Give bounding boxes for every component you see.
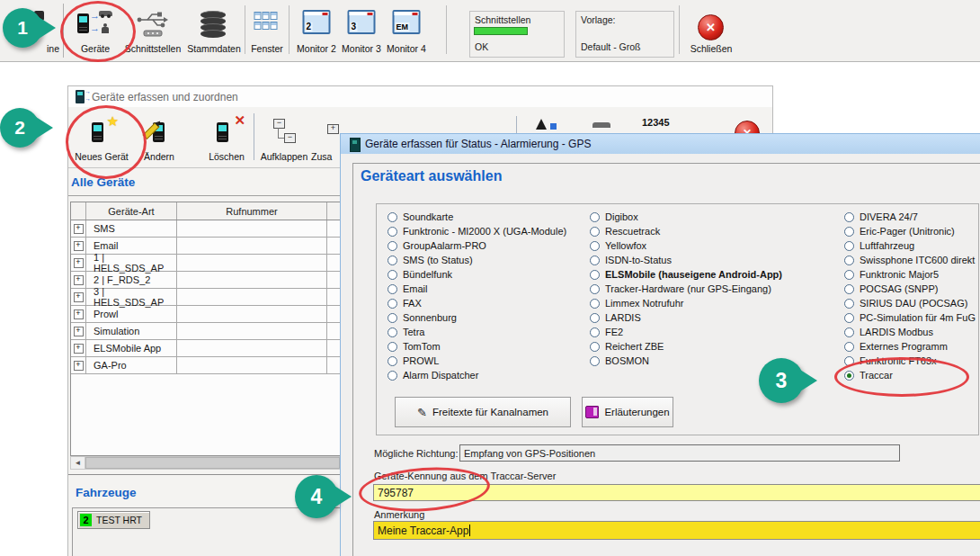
table-row[interactable]: +Simulation — [71, 323, 340, 340]
radio-option[interactable]: Soundkarte — [388, 210, 566, 224]
radio-option[interactable]: Rescuetrack — [590, 224, 782, 238]
radio-option[interactable]: Funktronic Major5 — [844, 267, 976, 282]
radio-icon[interactable] — [388, 256, 397, 265]
button-aufklappen[interactable]: − − Aufklappen — [258, 112, 310, 164]
toolbar-button-schliessen[interactable]: ✕ Schließen — [686, 4, 736, 58]
radio-icon[interactable] — [590, 356, 600, 366]
freitexte-button[interactable]: ✎ Freitexte für Kanalnamen — [395, 397, 571, 427]
radio-icon[interactable] — [844, 327, 854, 337]
radio-option[interactable]: BOSMON — [590, 354, 782, 368]
radio-icon[interactable] — [590, 256, 600, 265]
radio-option[interactable]: ISDN-to-Status — [590, 253, 782, 267]
table-row[interactable]: +Prowl — [71, 306, 340, 323]
button-loeschen[interactable]: ✕ Löschen — [196, 112, 257, 164]
expand-icon[interactable]: + — [74, 224, 84, 234]
column-header-geraete-art[interactable]: Geräte-Art — [86, 202, 177, 220]
radio-option[interactable]: DIVERA 24/7 — [844, 210, 976, 224]
radio-icon[interactable] — [844, 227, 854, 237]
radio-icon[interactable] — [388, 270, 397, 280]
expand-icon[interactable]: + — [74, 258, 84, 268]
radio-option[interactable]: LARDIS — [590, 310, 782, 325]
radio-option[interactable]: Luftfahrzeug — [844, 238, 976, 253]
radio-icon[interactable] — [844, 284, 854, 294]
radio-option[interactable]: Eric-Pager (Unitronic) — [844, 224, 976, 238]
radio-option[interactable]: PC-Simulation für 4m FuG — [844, 310, 976, 325]
radio-icon[interactable] — [388, 212, 397, 222]
radio-option[interactable]: Funktronic - MI2000 X (UGA-Module) — [388, 224, 566, 238]
expand-icon[interactable]: + — [74, 292, 84, 302]
vehicle-button-test-hrt[interactable]: 2 TEST HRT — [77, 511, 150, 529]
radio-icon[interactable] — [388, 241, 397, 251]
radio-icon[interactable] — [590, 241, 600, 251]
table-row[interactable]: +SMS — [71, 220, 340, 238]
radio-option[interactable]: Digibox — [590, 210, 782, 224]
radio-option[interactable]: FE2 — [590, 325, 782, 339]
radio-option[interactable]: FAX — [388, 296, 566, 310]
radio-option[interactable]: GroupAalarm-PRO — [388, 238, 566, 253]
toolbar-button-monitor2[interactable]: 2 Monitor 2 — [293, 4, 340, 58]
radio-option[interactable]: SMS (to Status) — [388, 253, 566, 267]
scroll-left-arrow[interactable]: ◄ — [71, 457, 85, 469]
radio-icon[interactable] — [590, 327, 600, 337]
radio-option[interactable]: Alarm Dispatcher — [388, 368, 566, 382]
radio-option[interactable]: Sonnenburg — [388, 310, 566, 325]
radio-icon[interactable] — [388, 284, 397, 294]
radio-option[interactable]: ELSMobile (hauseigene Android-App) — [590, 267, 782, 282]
radio-option[interactable]: Bündelfunk — [388, 267, 566, 282]
expand-icon[interactable]: + — [74, 241, 84, 251]
expand-icon[interactable]: + — [74, 275, 84, 285]
radio-option[interactable]: Tetra — [388, 325, 566, 339]
radio-option[interactable]: Email — [388, 282, 566, 296]
radio-icon[interactable] — [388, 327, 397, 337]
erlaeuterungen-button[interactable]: Erläuterungen — [582, 397, 673, 427]
devices-table[interactable]: Geräte-Art Rufnummer +SMS+Email+1 | HELS… — [70, 202, 341, 456]
toolbar-button-monitor4[interactable]: EM Monitor 4 — [384, 4, 429, 58]
scrollbar-thumb[interactable] — [85, 457, 340, 469]
expand-icon[interactable]: + — [74, 327, 84, 336]
radio-option[interactable]: POCSAG (SNPP) — [844, 282, 976, 296]
radio-icon[interactable] — [388, 371, 397, 381]
radio-option[interactable]: Swissphone ITC600 direkt — [844, 253, 976, 267]
radio-option[interactable]: Reichert ZBE — [590, 339, 782, 354]
horizontal-scrollbar[interactable]: ◄ — [70, 456, 341, 470]
toolbar-button-stammdaten[interactable]: Stammdaten — [185, 4, 243, 58]
radio-icon[interactable] — [590, 270, 600, 280]
radio-icon[interactable] — [844, 212, 854, 222]
radio-icon[interactable] — [844, 241, 854, 251]
radio-icon[interactable] — [388, 313, 397, 323]
table-row[interactable]: +1 | HELS_SDS_AP — [71, 255, 340, 272]
radio-option[interactable]: Tracker-Hardware (nur GPS-Eingang) — [590, 282, 782, 296]
radio-icon[interactable] — [844, 299, 854, 309]
radio-icon[interactable] — [844, 313, 854, 323]
expand-icon[interactable]: + — [74, 344, 84, 354]
expand-icon[interactable]: + — [74, 309, 84, 319]
column-header-rufnummer[interactable]: Rufnummer — [177, 202, 327, 220]
radio-icon[interactable] — [388, 299, 397, 309]
radio-icon[interactable] — [590, 299, 600, 309]
radio-icon[interactable] — [590, 227, 600, 237]
toolbar-button-fenster[interactable]: Fenster — [248, 4, 286, 58]
toolbar-button-monitor3[interactable]: 3 Monitor 3 — [339, 4, 384, 58]
table-row[interactable]: +ELSMobile App — [71, 340, 340, 357]
radio-icon[interactable] — [590, 313, 600, 323]
radio-icon[interactable] — [388, 342, 397, 352]
radio-icon[interactable] — [590, 212, 600, 222]
radio-icon[interactable] — [844, 270, 854, 280]
radio-option[interactable]: Yellowfox — [590, 238, 782, 253]
radio-option[interactable]: LARDIS Modbus — [844, 325, 976, 339]
radio-option[interactable]: SIRIUS DAU (POCSAG) — [844, 296, 976, 310]
radio-icon[interactable] — [844, 342, 854, 352]
dialog-titlebar[interactable]: Geräte erfassen für Status - Alarmierung… — [341, 134, 980, 154]
radio-icon[interactable] — [844, 256, 854, 265]
radio-icon[interactable] — [388, 227, 397, 237]
anmerkung-input[interactable]: Meine Traccar-App — [373, 521, 980, 540]
window2-titlebar[interactable]: Geräte erfassen und zuordnen — [68, 86, 772, 107]
radio-option[interactable]: Externes Programm — [844, 339, 976, 354]
radio-icon[interactable] — [388, 356, 397, 366]
radio-option[interactable]: TomTom — [388, 339, 566, 354]
radio-option[interactable]: PROWL — [388, 354, 566, 368]
radio-option[interactable]: Limmex Notrufuhr — [590, 296, 782, 310]
table-row[interactable]: +GA-Pro — [71, 357, 340, 374]
expand-icon[interactable]: + — [74, 361, 84, 371]
radio-icon[interactable] — [590, 342, 600, 352]
